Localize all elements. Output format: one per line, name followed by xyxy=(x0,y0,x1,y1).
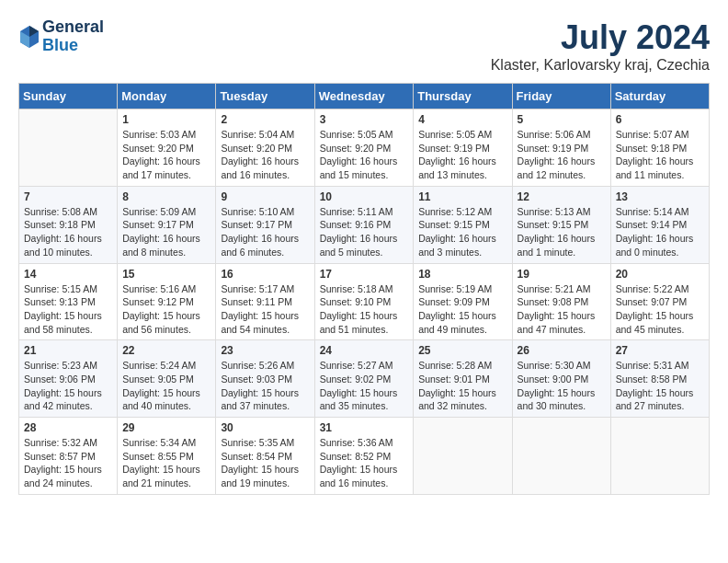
calendar-cell xyxy=(610,418,709,495)
calendar-cell: 25Sunrise: 5:28 AM Sunset: 9:01 PM Dayli… xyxy=(414,340,512,418)
calendar-cell: 18Sunrise: 5:19 AM Sunset: 9:09 PM Dayli… xyxy=(414,263,512,340)
day-number: 11 xyxy=(418,190,506,203)
week-row: 14Sunrise: 5:15 AM Sunset: 9:13 PM Dayli… xyxy=(19,263,710,340)
col-sunday: Sunday xyxy=(19,84,118,109)
calendar-cell: 24Sunrise: 5:27 AM Sunset: 9:02 PM Dayli… xyxy=(314,340,414,418)
day-number: 26 xyxy=(518,344,606,357)
cell-content: Sunrise: 5:12 AM Sunset: 9:15 PM Dayligh… xyxy=(418,205,506,259)
cell-content: Sunrise: 5:28 AM Sunset: 9:01 PM Dayligh… xyxy=(418,359,506,413)
calendar-cell xyxy=(512,418,610,495)
cell-content: Sunrise: 5:13 AM Sunset: 9:15 PM Dayligh… xyxy=(518,205,606,259)
calendar-cell: 2Sunrise: 5:04 AM Sunset: 9:20 PM Daylig… xyxy=(216,109,314,187)
cell-content: Sunrise: 5:03 AM Sunset: 9:20 PM Dayligh… xyxy=(122,128,210,182)
cell-content: Sunrise: 5:22 AM Sunset: 9:07 PM Dayligh… xyxy=(616,282,704,337)
calendar-cell: 28Sunrise: 5:32 AM Sunset: 8:57 PM Dayli… xyxy=(19,418,118,495)
day-number: 13 xyxy=(616,190,704,203)
day-number: 31 xyxy=(320,421,409,434)
cell-content: Sunrise: 5:06 AM Sunset: 9:19 PM Dayligh… xyxy=(518,128,606,182)
day-number: 23 xyxy=(221,344,309,357)
calendar-cell: 8Sunrise: 5:09 AM Sunset: 9:17 PM Daylig… xyxy=(118,186,216,263)
calendar-cell: 11Sunrise: 5:12 AM Sunset: 9:15 PM Dayli… xyxy=(414,186,512,263)
logo-line2: Blue xyxy=(42,36,78,54)
week-row: 1Sunrise: 5:03 AM Sunset: 9:20 PM Daylig… xyxy=(19,109,710,187)
cell-content: Sunrise: 5:16 AM Sunset: 9:12 PM Dayligh… xyxy=(122,282,210,337)
day-number: 21 xyxy=(24,344,112,357)
day-number: 16 xyxy=(221,268,309,281)
cell-content: Sunrise: 5:30 AM Sunset: 9:00 PM Dayligh… xyxy=(518,359,606,413)
day-number: 7 xyxy=(24,190,112,203)
calendar-cell: 30Sunrise: 5:35 AM Sunset: 8:54 PM Dayli… xyxy=(216,418,314,495)
col-saturday: Saturday xyxy=(610,84,709,109)
day-number: 22 xyxy=(122,344,210,357)
cell-content: Sunrise: 5:23 AM Sunset: 9:06 PM Dayligh… xyxy=(24,359,112,413)
calendar-cell: 14Sunrise: 5:15 AM Sunset: 9:13 PM Dayli… xyxy=(19,263,118,340)
day-number: 29 xyxy=(122,421,210,434)
day-number: 9 xyxy=(221,190,309,203)
logo-icon xyxy=(18,24,40,50)
day-number: 2 xyxy=(221,113,309,126)
col-tuesday: Tuesday xyxy=(216,84,314,109)
cell-content: Sunrise: 5:05 AM Sunset: 9:20 PM Dayligh… xyxy=(320,128,409,182)
calendar-cell: 13Sunrise: 5:14 AM Sunset: 9:14 PM Dayli… xyxy=(610,186,709,263)
cell-content: Sunrise: 5:27 AM Sunset: 9:02 PM Dayligh… xyxy=(320,359,409,413)
col-monday: Monday xyxy=(118,84,216,109)
cell-content: Sunrise: 5:34 AM Sunset: 8:55 PM Dayligh… xyxy=(122,436,210,490)
logo: General Blue xyxy=(18,18,104,55)
calendar-cell: 29Sunrise: 5:34 AM Sunset: 8:55 PM Dayli… xyxy=(118,418,216,495)
calendar-cell: 4Sunrise: 5:05 AM Sunset: 9:19 PM Daylig… xyxy=(414,109,512,187)
day-number: 10 xyxy=(320,190,409,203)
calendar-cell: 17Sunrise: 5:18 AM Sunset: 9:10 PM Dayli… xyxy=(314,263,414,340)
location: Klaster, Karlovarsky kraj, Czechia xyxy=(491,57,710,74)
cell-content: Sunrise: 5:24 AM Sunset: 9:05 PM Dayligh… xyxy=(122,359,210,413)
month-title: July 2024 xyxy=(491,18,710,57)
cell-content: Sunrise: 5:09 AM Sunset: 9:17 PM Dayligh… xyxy=(122,205,210,259)
title-block: July 2024 Klaster, Karlovarsky kraj, Cze… xyxy=(491,18,710,74)
day-number: 30 xyxy=(221,421,309,434)
day-number: 17 xyxy=(320,268,409,281)
day-number: 18 xyxy=(418,268,506,281)
calendar-cell: 20Sunrise: 5:22 AM Sunset: 9:07 PM Dayli… xyxy=(610,263,709,340)
cell-content: Sunrise: 5:36 AM Sunset: 8:52 PM Dayligh… xyxy=(320,436,409,490)
day-number: 12 xyxy=(518,190,606,203)
cell-content: Sunrise: 5:18 AM Sunset: 9:10 PM Dayligh… xyxy=(320,282,409,337)
day-number: 19 xyxy=(518,268,606,281)
cell-content: Sunrise: 5:35 AM Sunset: 8:54 PM Dayligh… xyxy=(221,436,309,490)
page-header: General Blue July 2024 Klaster, Karlovar… xyxy=(18,18,710,74)
col-thursday: Thursday xyxy=(414,84,512,109)
cell-content: Sunrise: 5:05 AM Sunset: 9:19 PM Dayligh… xyxy=(418,128,506,182)
cell-content: Sunrise: 5:21 AM Sunset: 9:08 PM Dayligh… xyxy=(518,282,606,337)
calendar-cell: 6Sunrise: 5:07 AM Sunset: 9:18 PM Daylig… xyxy=(610,109,709,187)
calendar-cell: 10Sunrise: 5:11 AM Sunset: 9:16 PM Dayli… xyxy=(314,186,414,263)
calendar-cell: 22Sunrise: 5:24 AM Sunset: 9:05 PM Dayli… xyxy=(118,340,216,418)
day-number: 25 xyxy=(418,344,506,357)
day-number: 14 xyxy=(24,268,112,281)
day-number: 5 xyxy=(518,113,606,126)
cell-content: Sunrise: 5:07 AM Sunset: 9:18 PM Dayligh… xyxy=(616,128,704,182)
cell-content: Sunrise: 5:17 AM Sunset: 9:11 PM Dayligh… xyxy=(221,282,309,337)
cell-content: Sunrise: 5:14 AM Sunset: 9:14 PM Dayligh… xyxy=(616,205,704,259)
day-number: 4 xyxy=(418,113,506,126)
day-number: 24 xyxy=(320,344,409,357)
col-friday: Friday xyxy=(512,84,610,109)
calendar-cell: 1Sunrise: 5:03 AM Sunset: 9:20 PM Daylig… xyxy=(118,109,216,187)
cell-content: Sunrise: 5:32 AM Sunset: 8:57 PM Dayligh… xyxy=(24,436,112,490)
day-number: 1 xyxy=(122,113,210,126)
week-row: 28Sunrise: 5:32 AM Sunset: 8:57 PM Dayli… xyxy=(19,418,710,495)
col-wednesday: Wednesday xyxy=(314,84,414,109)
cell-content: Sunrise: 5:08 AM Sunset: 9:18 PM Dayligh… xyxy=(24,205,112,259)
calendar-cell: 31Sunrise: 5:36 AM Sunset: 8:52 PM Dayli… xyxy=(314,418,414,495)
header-row: SundayMondayTuesdayWednesdayThursdayFrid… xyxy=(19,84,710,109)
week-row: 21Sunrise: 5:23 AM Sunset: 9:06 PM Dayli… xyxy=(19,340,710,418)
cell-content: Sunrise: 5:26 AM Sunset: 9:03 PM Dayligh… xyxy=(221,359,309,413)
cell-content: Sunrise: 5:04 AM Sunset: 9:20 PM Dayligh… xyxy=(221,128,309,182)
cell-content: Sunrise: 5:10 AM Sunset: 9:17 PM Dayligh… xyxy=(221,205,309,259)
calendar-cell: 23Sunrise: 5:26 AM Sunset: 9:03 PM Dayli… xyxy=(216,340,314,418)
cell-content: Sunrise: 5:11 AM Sunset: 9:16 PM Dayligh… xyxy=(320,205,409,259)
day-number: 15 xyxy=(122,268,210,281)
calendar-cell: 12Sunrise: 5:13 AM Sunset: 9:15 PM Dayli… xyxy=(512,186,610,263)
calendar-cell: 7Sunrise: 5:08 AM Sunset: 9:18 PM Daylig… xyxy=(19,186,118,263)
calendar-cell: 21Sunrise: 5:23 AM Sunset: 9:06 PM Dayli… xyxy=(19,340,118,418)
calendar-cell: 5Sunrise: 5:06 AM Sunset: 9:19 PM Daylig… xyxy=(512,109,610,187)
calendar-cell xyxy=(414,418,512,495)
day-number: 6 xyxy=(616,113,704,126)
